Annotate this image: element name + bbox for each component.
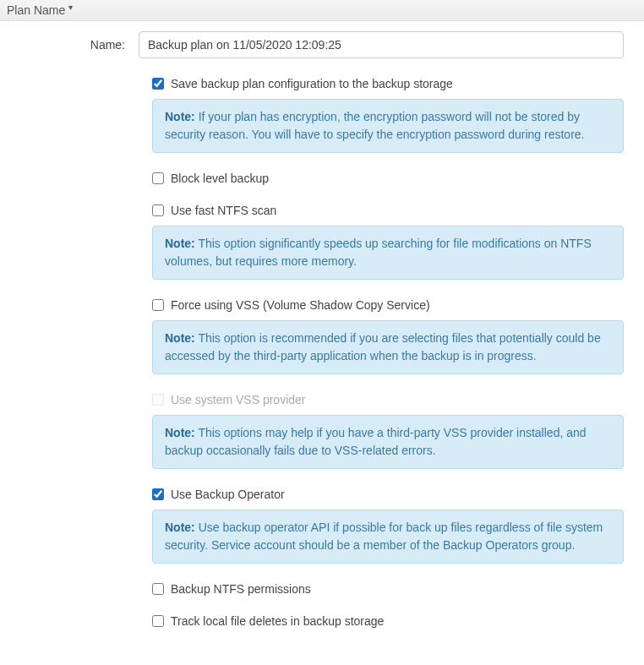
option-track-deletes: Track local file deletes in backup stora… bbox=[152, 614, 624, 628]
content-area: Name: Save backup plan configuration to … bbox=[0, 21, 644, 665]
checkbox-ntfs-perms[interactable] bbox=[152, 583, 164, 595]
note-text-force-vss: This option is recommended if you are se… bbox=[165, 331, 601, 362]
label-force-vss: Force using VSS (Volume Shadow Copy Serv… bbox=[171, 298, 430, 312]
option-force-vss: Force using VSS (Volume Shadow Copy Serv… bbox=[152, 298, 624, 374]
checkbox-row-track-deletes: Track local file deletes in backup stora… bbox=[152, 614, 624, 628]
note-text-system-vss: This options may help if you have a thir… bbox=[165, 426, 587, 457]
checkbox-force-vss[interactable] bbox=[152, 299, 164, 311]
option-ntfs-perms: Backup NTFS permissions bbox=[152, 582, 624, 596]
header-bar: Plan Name ▾ bbox=[0, 0, 644, 21]
checkbox-row-ntfs-perms: Backup NTFS permissions bbox=[152, 582, 624, 596]
option-save-config: Save backup plan configuration to the ba… bbox=[152, 77, 624, 153]
note-label: Note: bbox=[165, 110, 195, 123]
option-backup-operator: Use Backup Operator Note: Use backup ope… bbox=[152, 488, 624, 564]
checkbox-row-system-vss: Use system VSS provider bbox=[152, 393, 624, 406]
dropdown-caret-icon[interactable]: ▾ bbox=[68, 3, 73, 12]
header-title: Plan Name bbox=[7, 3, 65, 17]
checkbox-backup-operator[interactable] bbox=[152, 488, 164, 500]
name-input[interactable] bbox=[139, 31, 624, 58]
note-save-config: Note: If your plan has encryption, the e… bbox=[152, 99, 624, 153]
option-system-vss: Use system VSS provider Note: This optio… bbox=[152, 393, 624, 469]
label-fast-ntfs: Use fast NTFS scan bbox=[171, 204, 276, 217]
checkbox-track-deletes[interactable] bbox=[152, 615, 164, 627]
checkbox-row-force-vss: Force using VSS (Volume Shadow Copy Serv… bbox=[152, 298, 624, 312]
checkbox-row-block-level: Block level backup bbox=[152, 172, 624, 185]
note-force-vss: Note: This option is recommended if you … bbox=[152, 320, 624, 374]
label-backup-operator: Use Backup Operator bbox=[171, 488, 285, 501]
checkbox-fast-ntfs[interactable] bbox=[152, 204, 164, 216]
label-system-vss: Use system VSS provider bbox=[171, 393, 306, 406]
label-ntfs-perms: Backup NTFS permissions bbox=[171, 582, 311, 596]
label-save-config: Save backup plan configuration to the ba… bbox=[171, 77, 453, 90]
note-text-save-config: If your plan has encryption, the encrypt… bbox=[165, 110, 585, 141]
note-system-vss: Note: This options may help if you have … bbox=[152, 415, 624, 469]
label-track-deletes: Track local file deletes in backup stora… bbox=[171, 614, 384, 628]
note-text-backup-operator: Use backup operator API if possible for … bbox=[165, 521, 603, 552]
checkbox-row-save-config: Save backup plan configuration to the ba… bbox=[152, 77, 624, 90]
note-label: Note: bbox=[165, 521, 195, 534]
checkbox-block-level[interactable] bbox=[152, 172, 164, 184]
label-block-level: Block level backup bbox=[171, 172, 269, 185]
note-text-fast-ntfs: This option significantly speeds up sear… bbox=[165, 237, 592, 268]
note-label: Note: bbox=[165, 237, 195, 250]
name-row: Name: bbox=[20, 31, 624, 58]
option-fast-ntfs: Use fast NTFS scan Note: This option sig… bbox=[152, 204, 624, 280]
checkbox-row-fast-ntfs: Use fast NTFS scan bbox=[152, 204, 624, 217]
checkbox-system-vss bbox=[152, 394, 164, 406]
note-backup-operator: Note: Use backup operator API if possibl… bbox=[152, 510, 624, 564]
options-list: Save backup plan configuration to the ba… bbox=[152, 77, 624, 628]
name-label: Name: bbox=[20, 38, 139, 52]
note-label: Note: bbox=[165, 331, 195, 345]
checkbox-save-config[interactable] bbox=[152, 78, 164, 90]
checkbox-row-backup-operator: Use Backup Operator bbox=[152, 488, 624, 501]
note-fast-ntfs: Note: This option significantly speeds u… bbox=[152, 226, 624, 280]
note-label: Note: bbox=[165, 426, 195, 439]
option-block-level: Block level backup bbox=[152, 172, 624, 185]
